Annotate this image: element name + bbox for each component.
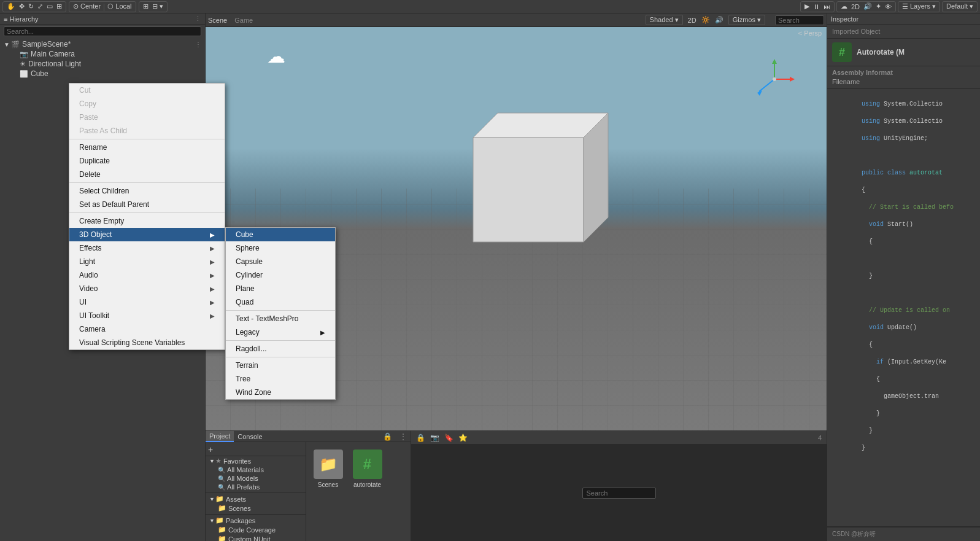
ctx-duplicate[interactable]: Duplicate [69,154,225,168]
add-asset-btn[interactable]: + [208,445,213,454]
ctx-paste[interactable]: Paste [69,111,225,124]
custom-nunit-item[interactable]: 📁 Custom NUnit [206,534,306,541]
screenshot-btn[interactable]: 📷 [430,434,439,442]
hierarchy-search-input[interactable] [4,26,201,36]
directional-light-item[interactable]: ☀ Directional Light [0,59,205,69]
scene-menu[interactable]: ⋮ [195,41,201,48]
bookmark-btn[interactable]: 🔖 [444,434,453,442]
all-materials-item[interactable]: 🔍 All Materials [206,465,306,474]
sub-quad[interactable]: Quad [226,295,335,309]
hidden-btn[interactable]: 👁 [884,3,893,10]
all-prefabs-item[interactable]: 🔍 All Prefabs [206,483,306,491]
step-btn[interactable]: ⏭ [822,3,831,10]
rect-tool[interactable]: ▭ [45,2,54,10]
pause-btn[interactable]: ⏸ [812,3,821,10]
sub-ragdoll[interactable]: Ragdoll... [226,342,335,356]
ctx-effects[interactable]: Effects ▶ [69,241,225,255]
scenes-icon: 📁 [218,504,226,512]
star-btn[interactable]: ⭐ [458,434,468,442]
2d-btn[interactable]: 2D [688,17,696,24]
rotate-tool[interactable]: ↻ [27,2,35,10]
scene-root[interactable]: ▼ 🎬 SampleScene* ⋮ [0,39,205,49]
hand-tool[interactable]: ✋ [6,2,17,10]
sub-plane[interactable]: Plane [226,282,335,295]
lock-btn[interactable]: 🔒 [416,434,425,442]
ctx-rename[interactable]: Rename [69,141,225,154]
pivot-btn[interactable]: ⊙ Center [72,2,102,10]
ctx-cut[interactable]: Cut [69,84,225,97]
ctx-select-children-label: Select Children [79,187,129,195]
ctx-camera[interactable]: Camera [69,322,225,336]
assets-section[interactable]: ▼ 📁 Assets [206,494,306,504]
audio-btn[interactable]: 🔊 [862,2,873,10]
ctx-paste-as-child[interactable]: Paste As Child [69,124,225,138]
code-coverage-item[interactable]: 📁 Code Coverage [206,525,306,534]
svg-line-7 [759,79,774,91]
sub-cylinder[interactable]: Cylinder [226,268,335,282]
ctx-visual-scripting-label: Visual Scripting Scene Variables [79,338,185,347]
ctx-light[interactable]: Light ▶ [69,255,225,268]
ctx-copy[interactable]: Copy [69,97,225,111]
scene-tab[interactable]: Scene [208,17,227,24]
ctx-ui-toolkit[interactable]: UI Toolkit ▶ [69,309,225,322]
assets-label: Assets [226,496,246,503]
inspector-tab[interactable]: Inspector [831,15,858,23]
fx-btn[interactable]: ✦ [874,2,882,10]
ctx-visual-scripting[interactable]: Visual Scripting Scene Variables [69,336,225,349]
project-lock-btn[interactable]: 🔒 [379,432,396,441]
project-tab[interactable]: Project [206,431,234,442]
2d-btn[interactable]: 2D [850,3,861,10]
local-btn[interactable]: ⬡ Local [106,2,133,10]
snap-btn[interactable]: ⊟ ▾ [151,2,164,10]
transform-tool[interactable]: ⊞ [55,2,63,10]
sub-tree[interactable]: Tree [226,372,335,386]
ctx-video[interactable]: Video ▶ [69,282,225,295]
project-menu-btn[interactable]: ⋮ [396,432,411,441]
sub-cube[interactable]: Cube [226,228,335,241]
hierarchy-menu-btn[interactable]: ⋮ [195,15,201,23]
shaded-btn[interactable]: Shaded ▾ [646,15,683,25]
sub-terrain[interactable]: Terrain [226,359,335,372]
scene-audio-btn[interactable]: 🔊 [715,16,723,24]
main-camera-item[interactable]: 📷 Main Camera [0,49,205,59]
packages-arrow: ▼ [209,518,215,524]
sub-textmeshpro[interactable]: Text - TextMeshPro [226,312,335,325]
scale-tool[interactable]: ⤢ [36,2,44,10]
sub-legacy[interactable]: Legacy ▶ [226,325,335,339]
sub-sphere[interactable]: Sphere [226,241,335,255]
ctx-ui[interactable]: UI ▶ [69,295,225,309]
scene-search-input[interactable] [775,15,824,25]
ctx-light-label: Light [79,257,95,266]
play-btn[interactable]: ▶ [803,2,811,10]
scene-gizmo[interactable] [753,58,796,101]
all-models-item[interactable]: 🔍 All Models [206,474,306,483]
grid-btn[interactable]: ⊞ [142,2,150,10]
ctx-create-empty[interactable]: Create Empty [69,214,225,228]
scenes-asset[interactable]: 📁 Scenes [314,450,343,488]
ctx-delete[interactable]: Delete [69,168,225,181]
cube-item[interactable]: ⬜ Cube [0,69,205,79]
layout-btn[interactable]: Default ▾ [945,2,974,10]
ctx-set-default-parent[interactable]: Set as Default Parent [69,198,225,211]
ctx-audio[interactable]: Audio ▶ [69,268,225,282]
console-tab[interactable]: Console [234,431,266,442]
game-tab[interactable]: Game [234,17,253,24]
cloud-btn[interactable]: ☁ [839,2,849,10]
hierarchy-tab[interactable]: ≡ Hierarchy [4,15,39,23]
packages-section[interactable]: ▼ 📁 Packages [206,516,306,525]
ctx-effects-arrow: ▶ [210,245,215,252]
scenes-folder-item[interactable]: 📁 Scenes [206,504,306,513]
gizmos-btn[interactable]: Gizmos ▾ [728,15,765,25]
ctx-ui-toolkit-label: UI Toolkit [79,311,109,320]
layers-btn[interactable]: ☰ Layers ▾ [901,2,937,10]
autorotate-asset[interactable]: # autorotate [353,450,382,488]
scene-lighting-btn[interactable]: 🔆 [701,16,710,24]
sub-capsule[interactable]: Capsule [226,255,335,268]
ctx-3d-object[interactable]: 3D Object ▶ Cube Sphere Capsule Cylinder [69,228,225,241]
move-tool[interactable]: ✥ [18,2,26,10]
favorites-section[interactable]: ▼ ★ Favorites [206,456,306,465]
asset-search-input[interactable] [582,488,656,499]
ctx-select-children[interactable]: Select Children [69,184,225,198]
sub-wind-zone[interactable]: Wind Zone [226,386,335,399]
scene-label: SampleScene* [22,40,71,49]
